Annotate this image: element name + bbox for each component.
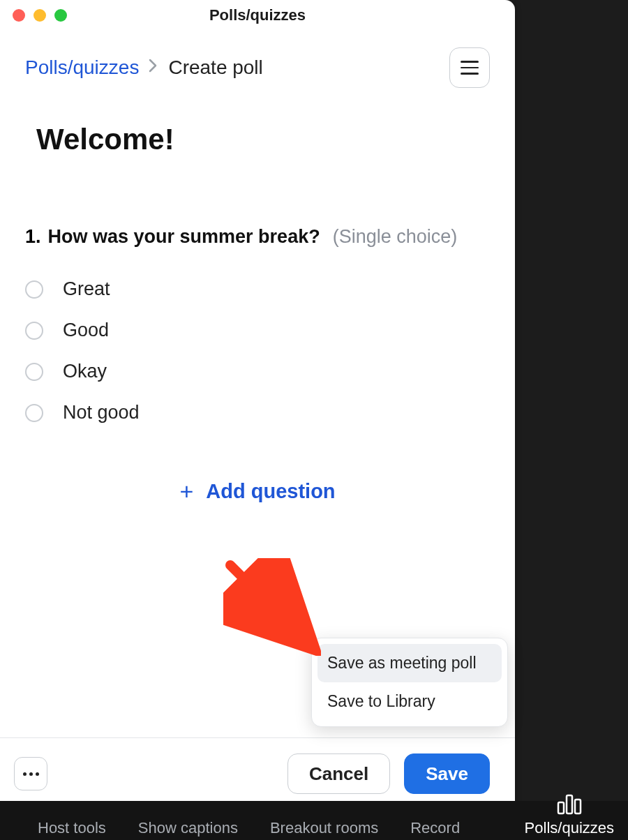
radio-icon <box>25 280 43 299</box>
add-question-label: Add question <box>206 480 335 503</box>
poll-option[interactable]: Not good <box>25 402 490 423</box>
radio-icon <box>25 363 43 381</box>
page-title: Welcome! <box>36 123 490 156</box>
bottombar-item-breakout-rooms[interactable]: Breakout rooms <box>270 819 378 837</box>
bottombar-item-polls[interactable]: Polls/quizzes <box>525 793 614 837</box>
question-text: How was your summer break? <box>48 226 320 248</box>
poll-option[interactable]: Good <box>25 320 490 341</box>
add-question-button[interactable]: + Add question <box>25 479 490 503</box>
bottombar-item-host-tools[interactable]: Host tools <box>38 819 106 837</box>
question-block: 1. How was your summer break? (Single ch… <box>25 226 490 503</box>
save-popover: Save as meeting poll Save to Library <box>311 638 508 727</box>
window-close-button[interactable] <box>13 9 25 22</box>
window-minimize-button[interactable] <box>33 9 46 22</box>
bar-chart-icon <box>555 793 583 815</box>
question-type-label: (Single choice) <box>333 226 458 248</box>
question-header: 1. How was your summer break? (Single ch… <box>25 226 490 248</box>
svg-rect-2 <box>567 795 572 813</box>
hamburger-icon <box>461 61 479 63</box>
question-number: 1. <box>25 226 41 248</box>
more-options-button[interactable] <box>14 757 47 790</box>
svg-rect-3 <box>575 800 581 813</box>
poll-option-label: Okay <box>63 361 107 382</box>
cancel-button[interactable]: Cancel <box>287 753 390 794</box>
bottombar-left: Host tools Show captions Breakout rooms … <box>38 819 460 837</box>
window-title: Polls/quizzes <box>0 6 515 24</box>
poll-option-label: Great <box>63 278 110 300</box>
breadcrumb-current: Create poll <box>168 57 262 79</box>
radio-icon <box>25 322 43 340</box>
footer-actions: Cancel Save <box>287 753 490 794</box>
save-button[interactable]: Save <box>404 753 490 794</box>
question-options: Great Good Okay Not good <box>25 278 490 423</box>
ellipsis-icon <box>23 772 27 776</box>
poll-option[interactable]: Okay <box>25 361 490 382</box>
plus-icon: + <box>179 479 193 503</box>
breadcrumb-root[interactable]: Polls/quizzes <box>25 57 139 79</box>
traffic-lights <box>13 9 67 22</box>
bottombar-item-record[interactable]: Record <box>410 819 460 837</box>
bottombar-item-show-captions[interactable]: Show captions <box>138 819 238 837</box>
panel-menu-button[interactable] <box>449 47 490 88</box>
popover-item-save-meeting[interactable]: Save as meeting poll <box>317 644 502 682</box>
window-maximize-button[interactable] <box>54 9 67 22</box>
window-titlebar: Polls/quizzes <box>0 0 515 31</box>
breadcrumb-row: Polls/quizzes Create poll <box>0 31 515 88</box>
radio-icon <box>25 404 43 422</box>
popover-item-save-library[interactable]: Save to Library <box>317 682 502 721</box>
poll-option[interactable]: Great <box>25 278 490 300</box>
poll-option-label: Good <box>63 320 109 341</box>
breadcrumb: Polls/quizzes Create poll <box>25 57 263 79</box>
svg-rect-1 <box>558 802 564 813</box>
poll-option-label: Not good <box>63 402 140 423</box>
bottombar-item-label: Polls/quizzes <box>525 819 614 837</box>
chevron-right-icon <box>149 59 158 77</box>
